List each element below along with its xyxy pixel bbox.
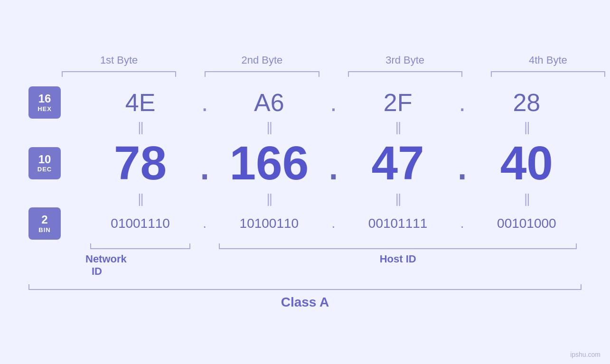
bin-byte4: 00101000 — [472, 216, 582, 231]
bin-base-label: 2 BIN — [28, 207, 61, 240]
header-byte1: 1st Byte — [57, 54, 181, 66]
dec-row: 10 DEC 78 . 166 . 47 . 40 — [28, 136, 582, 190]
header-byte3: 3rd Byte — [343, 54, 467, 66]
hex-label-cell: 16 HEX — [28, 86, 85, 119]
dec-base-name: DEC — [38, 166, 52, 173]
full-bracket — [28, 284, 582, 290]
network-id-label: Network ID — [85, 253, 108, 278]
top-bracket-1 — [62, 71, 176, 77]
hex-dot3: . — [453, 88, 472, 117]
top-bracket-4 — [491, 71, 605, 77]
dec-dot3: . — [453, 136, 472, 190]
equals-row-1: || || || || — [28, 120, 582, 135]
top-bracket-3 — [348, 71, 462, 77]
bin-dot1: . — [195, 216, 214, 231]
dec-dot1: . — [195, 136, 214, 190]
top-bracket-2 — [205, 71, 319, 77]
dec-dot2: . — [324, 136, 343, 190]
eq1-b4: || — [472, 120, 582, 135]
eq1-b2: || — [214, 120, 324, 135]
bin-byte1: 01001110 — [85, 216, 195, 231]
header-byte4: 4th Byte — [486, 54, 610, 66]
bottom-labels: Network ID Host ID — [85, 253, 582, 278]
hex-byte3: 2F — [343, 88, 453, 117]
bin-dot3: . — [453, 216, 472, 231]
net-bracket — [90, 243, 190, 249]
bin-row: 2 BIN 01001110 . 10100110 . 00101111 . 0… — [28, 207, 582, 240]
dec-byte3: 47 — [343, 136, 453, 190]
bottom-brackets — [85, 243, 582, 249]
hex-byte4: 28 — [472, 88, 582, 117]
host-bracket — [219, 243, 577, 249]
bin-label-cell: 2 BIN — [28, 207, 85, 240]
hex-base-num: 16 — [38, 93, 51, 105]
bin-dot2: . — [324, 216, 343, 231]
class-label: Class A — [28, 295, 582, 310]
eq2-b2: || — [214, 191, 324, 206]
top-brackets — [57, 71, 610, 77]
dec-byte1: 78 — [85, 136, 195, 190]
eq2-b4: || — [472, 191, 582, 206]
host-id-label: Host ID — [214, 253, 582, 278]
eq2-b1: || — [85, 191, 195, 206]
dec-base-label: 10 DEC — [28, 147, 61, 179]
bottom-section: Network ID Host ID Class A — [28, 243, 582, 310]
bin-base-name: BIN — [38, 226, 50, 233]
eq1-b3: || — [343, 120, 453, 135]
hex-dot2: . — [324, 88, 343, 117]
main-container: 1st Byte 2nd Byte 3rd Byte 4th Byte 16 H… — [0, 0, 610, 364]
hex-base-label: 16 HEX — [28, 86, 61, 119]
hex-row: 16 HEX 4E . A6 . 2F . 28 — [28, 86, 582, 119]
bin-base-num: 2 — [41, 214, 47, 226]
bin-byte2: 10100110 — [214, 216, 324, 231]
bin-byte3: 00101111 — [343, 216, 453, 231]
eq1-b1: || — [85, 120, 195, 135]
hex-byte1: 4E — [85, 88, 195, 117]
dec-byte4: 40 — [472, 136, 582, 190]
dec-base-num: 10 — [38, 153, 51, 166]
hex-dot1: . — [195, 88, 214, 117]
dec-byte2: 166 — [214, 136, 324, 190]
eq2-b3: || — [343, 191, 453, 206]
dec-label-cell: 10 DEC — [28, 147, 85, 179]
hex-byte2: A6 — [214, 88, 324, 117]
watermark: ipshu.com — [570, 351, 601, 358]
hex-base-name: HEX — [38, 105, 52, 112]
equals-row-2: || || || || — [28, 191, 582, 206]
byte-headers: 1st Byte 2nd Byte 3rd Byte 4th Byte — [57, 54, 610, 66]
header-byte2: 2nd Byte — [200, 54, 324, 66]
